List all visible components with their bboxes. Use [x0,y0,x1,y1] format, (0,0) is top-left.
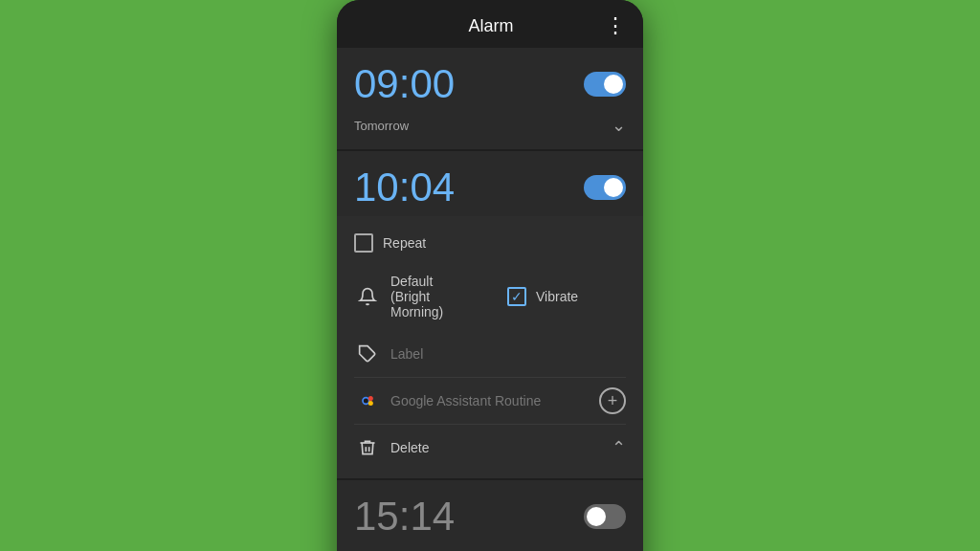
vibrate-label: Vibrate [536,289,578,304]
svg-point-2 [368,396,373,401]
assistant-icon [354,387,381,414]
svg-point-1 [364,399,368,404]
ringtone-option[interactable]: Default (Bright Morning) [337,266,490,327]
repeat-row[interactable]: Repeat [337,224,643,262]
alarm-1-chevron-icon: ⌄ [612,115,626,136]
svg-point-3 [368,401,373,406]
delete-row[interactable]: Delete ⌃ [337,425,643,471]
top-bar: Alarm ⋮ [337,0,643,48]
page-title: Alarm [377,16,605,36]
bell-icon [354,283,381,310]
assistant-routine-label: Google Assistant Routine [390,393,541,408]
delete-left: Delete [354,434,429,461]
delete-label: Delete [390,440,429,455]
alarm-list: 09:00 Tomorrow ⌄ 10:04 Repeat [337,48,643,551]
label-placeholder: Label [390,346,423,362]
alarm-2-time[interactable]: 10:04 [354,165,455,210]
add-routine-button[interactable]: + [599,387,626,414]
ringtone-label: Default (Bright Morning) [390,274,473,320]
label-row[interactable]: Label [337,331,643,377]
repeat-checkbox[interactable] [354,233,373,253]
alarm-3-time[interactable]: 15:14 [354,494,455,540]
alarm-2-row: 10:04 [337,151,643,216]
alarm-1-row: 09:00 [337,48,643,113]
alarm-1-subtitle: Tomorrow [354,119,409,133]
label-icon [354,341,381,367]
alarm-1-subtitle-row[interactable]: Tomorrow ⌄ [337,113,643,149]
alarm-3-chevron-icon: ⌄ [612,547,626,551]
assistant-routine-row[interactable]: Google Assistant Routine + [337,378,643,424]
phone-screen: Alarm ⋮ 09:00 Tomorrow ⌄ 10:04 [337,0,643,551]
repeat-label: Repeat [383,235,426,251]
alarm-2-collapse-icon[interactable]: ⌃ [612,437,626,458]
alarm-item-3: 15:14 Tomorrow ⌄ [337,480,643,551]
alarm-2-details: Repeat Default (Bright Morning) [337,216,643,478]
vibrate-checkbox[interactable]: ✓ [507,287,526,306]
alarm-3-toggle[interactable] [584,504,626,529]
delete-icon [354,434,381,461]
alarm-3-row: 15:14 [337,480,643,545]
alarm-1-time[interactable]: 09:00 [354,61,455,107]
alarm-item-2: 10:04 Repeat [337,151,643,478]
alarm-item-1: 09:00 Tomorrow ⌄ [337,48,643,149]
vibrate-option[interactable]: ✓ Vibrate [490,279,643,314]
more-options-icon[interactable]: ⋮ [605,13,626,38]
alarm-2-toggle[interactable] [584,175,626,200]
alarm-3-subtitle-row[interactable]: Tomorrow ⌄ [337,545,643,551]
alarm-1-toggle[interactable] [584,72,626,97]
ringtone-vibrate-row: Default (Bright Morning) ✓ Vibrate [337,262,643,331]
